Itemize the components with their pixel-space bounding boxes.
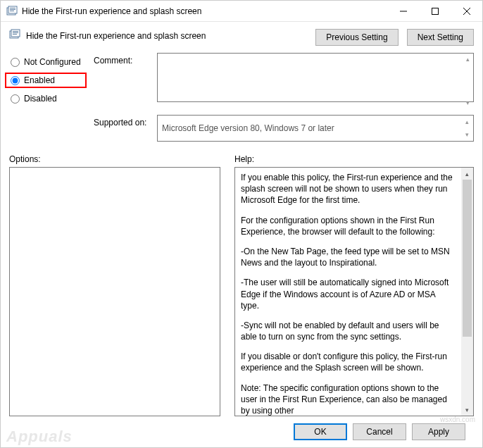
dialog-buttons: OK Cancel Apply bbox=[9, 416, 474, 447]
supported-on-value: Microsoft Edge version 80, Windows 7 or … bbox=[162, 123, 334, 133]
options-label: Options: bbox=[9, 154, 220, 167]
help-panel: If you enable this policy, the First-run… bbox=[234, 167, 474, 416]
scroll-track[interactable] bbox=[461, 180, 473, 404]
help-paragraph: -On the New Tab Page, the feed type will… bbox=[241, 246, 456, 268]
panels: If you enable this policy, the First-run… bbox=[9, 167, 474, 416]
svg-rect-3 bbox=[10, 9, 15, 10]
header-row: Hide the First-run experience and splash… bbox=[9, 29, 474, 46]
supported-on-field: Microsoft Edge version 80, Windows 7 or … bbox=[157, 115, 474, 142]
nav-buttons: Previous Setting Next Setting bbox=[315, 29, 474, 46]
window-title: Hide the First-run experience and splash… bbox=[22, 6, 387, 16]
scroll-down-icon[interactable]: ▾ bbox=[462, 97, 473, 108]
svg-rect-6 bbox=[432, 8, 438, 14]
state-and-comment-row: Not Configured Enabled Disabled Comment:… bbox=[9, 53, 474, 109]
titlebar: Hide the First-run experience and splash… bbox=[1, 1, 482, 22]
scroll-up-icon[interactable]: ▴ bbox=[461, 168, 473, 180]
close-button[interactable] bbox=[451, 1, 482, 21]
svg-rect-11 bbox=[13, 31, 18, 32]
help-text: If you enable this policy, the First-run… bbox=[235, 168, 461, 416]
policy-title: Hide the First-run experience and splash… bbox=[26, 31, 206, 41]
minimize-button[interactable] bbox=[387, 1, 419, 21]
state-radio-group: Not Configured Enabled Disabled bbox=[9, 53, 94, 109]
scrollbar[interactable]: ▴ ▾ bbox=[462, 54, 473, 108]
scroll-down-icon[interactable]: ▾ bbox=[461, 404, 473, 416]
options-panel bbox=[9, 167, 220, 416]
ok-button[interactable]: OK bbox=[294, 423, 347, 440]
scroll-thumb[interactable] bbox=[463, 180, 472, 337]
policy-icon bbox=[9, 29, 20, 42]
policy-editor-window: Hide the First-run experience and splash… bbox=[0, 0, 483, 448]
svg-rect-2 bbox=[10, 8, 15, 8]
policy-icon bbox=[6, 6, 18, 17]
scroll-up-icon[interactable]: ▴ bbox=[461, 116, 472, 127]
help-label: Help: bbox=[234, 154, 474, 167]
apply-button[interactable]: Apply bbox=[412, 423, 465, 440]
svg-rect-4 bbox=[10, 11, 14, 11]
radio-enabled[interactable]: Enabled bbox=[5, 73, 87, 88]
radio-enabled-input[interactable] bbox=[11, 76, 20, 85]
supported-cell: Microsoft Edge version 80, Windows 7 or … bbox=[157, 115, 474, 142]
help-paragraph: Note: The specific configuration options… bbox=[241, 382, 456, 416]
content-area: Hide the First-run experience and splash… bbox=[1, 22, 482, 447]
help-scrollbar[interactable]: ▴ ▾ bbox=[461, 168, 473, 416]
radio-not-configured[interactable]: Not Configured bbox=[9, 54, 94, 70]
panels-header: Options: Help: bbox=[9, 154, 474, 167]
comment-input[interactable] bbox=[157, 53, 474, 102]
help-paragraph: -The user will still be automatically si… bbox=[241, 277, 456, 311]
radio-label: Enabled bbox=[24, 75, 55, 85]
help-paragraph: For the configuration options shown in t… bbox=[241, 215, 456, 237]
policy-title-row: Hide the First-run experience and splash… bbox=[9, 29, 315, 42]
help-paragraph: -Sync will not be enabled by default and… bbox=[241, 320, 456, 342]
window-controls bbox=[387, 1, 482, 21]
radio-label: Disabled bbox=[24, 94, 57, 104]
help-paragraph: If you enable this policy, the First-run… bbox=[241, 172, 456, 206]
radio-not-configured-input[interactable] bbox=[11, 58, 20, 67]
previous-setting-button[interactable]: Previous Setting bbox=[315, 29, 398, 46]
svg-rect-13 bbox=[13, 34, 17, 35]
supported-row: Supported on: Microsoft Edge version 80,… bbox=[9, 115, 474, 142]
scrollbar[interactable]: ▴ ▾ bbox=[461, 116, 472, 140]
radio-disabled-input[interactable] bbox=[11, 94, 20, 104]
next-setting-button[interactable]: Next Setting bbox=[407, 29, 474, 46]
scroll-up-icon[interactable]: ▴ bbox=[462, 54, 473, 65]
radio-disabled[interactable]: Disabled bbox=[9, 91, 94, 106]
svg-rect-12 bbox=[13, 32, 18, 33]
radio-label: Not Configured bbox=[24, 57, 81, 67]
comment-cell: ▴ ▾ bbox=[157, 53, 474, 109]
help-paragraph: If you disable or don't configure this p… bbox=[241, 351, 456, 373]
scroll-down-icon[interactable]: ▾ bbox=[461, 129, 472, 140]
cancel-button[interactable]: Cancel bbox=[353, 423, 406, 440]
comment-label: Comment: bbox=[94, 53, 157, 109]
supported-label: Supported on: bbox=[94, 115, 157, 142]
maximize-button[interactable] bbox=[419, 1, 451, 21]
